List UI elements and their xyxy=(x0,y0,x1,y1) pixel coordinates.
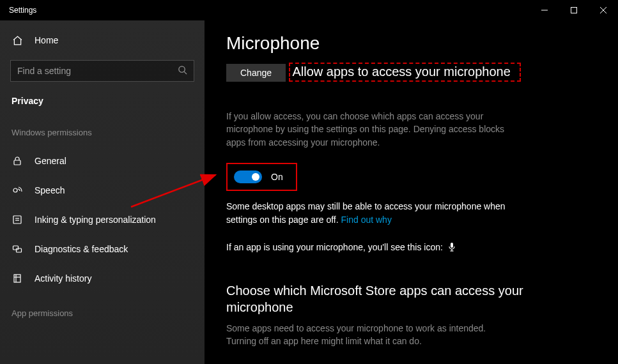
home-icon xyxy=(12,34,23,46)
svg-line-5 xyxy=(184,72,187,74)
sidebar-item-label: Speech xyxy=(35,185,65,195)
svg-rect-16 xyxy=(451,243,453,248)
toggle-thumb xyxy=(252,173,259,181)
inking-icon xyxy=(12,214,23,225)
in-use-note: If an app is using your microphone, you'… xyxy=(226,241,527,254)
sidebar-item-diagnostics[interactable]: Diagnostics & feedback xyxy=(0,234,205,264)
search-box[interactable] xyxy=(10,60,194,82)
change-button[interactable]: Change xyxy=(226,64,286,82)
sidebar-item-label: Inking & typing personalization xyxy=(35,215,156,225)
close-button[interactable] xyxy=(589,0,618,20)
search-icon xyxy=(178,65,187,77)
svg-rect-13 xyxy=(14,275,20,282)
history-icon xyxy=(12,273,23,284)
sidebar-item-label: General xyxy=(35,156,66,166)
search-input[interactable] xyxy=(17,66,178,76)
home-nav[interactable]: Home xyxy=(0,28,205,52)
titlebar: Settings xyxy=(0,0,618,20)
sidebar-item-general[interactable]: General xyxy=(0,146,205,176)
home-label: Home xyxy=(35,35,58,45)
svg-rect-12 xyxy=(17,248,22,252)
speech-icon xyxy=(12,185,23,196)
annotation-highlight-heading: Allow apps to access your microphone xyxy=(289,63,521,82)
section-windows-permissions: Windows permissions xyxy=(0,124,205,146)
sidebar: Home Privacy Windows permissions General xyxy=(0,20,205,364)
svg-rect-8 xyxy=(13,216,21,224)
sidebar-item-inking[interactable]: Inking & typing personalization xyxy=(0,205,205,234)
microphone-icon xyxy=(448,243,456,252)
annotation-highlight-toggle: On xyxy=(226,163,297,191)
desktop-apps-note: Some desktop apps may still be able to a… xyxy=(226,200,527,227)
sidebar-item-label: Activity history xyxy=(35,273,91,284)
find-out-why-link[interactable]: Find out why xyxy=(341,215,392,225)
window-title: Settings xyxy=(9,6,36,15)
mic-access-toggle[interactable] xyxy=(234,171,262,183)
svg-rect-1 xyxy=(571,8,577,13)
svg-rect-6 xyxy=(14,160,20,165)
window-controls xyxy=(530,0,618,20)
allow-body: If you allow access, you can choose whic… xyxy=(226,110,507,149)
allow-heading: Allow apps to access your microphone xyxy=(293,64,511,79)
store-apps-body: Some apps need to access your microphone… xyxy=(226,322,507,348)
lock-icon xyxy=(12,155,23,167)
sidebar-item-label: Diagnostics & feedback xyxy=(35,244,128,254)
maximize-button[interactable] xyxy=(559,0,589,20)
svg-point-7 xyxy=(13,188,17,192)
feedback-icon xyxy=(12,243,23,255)
sidebar-item-activity[interactable]: Activity history xyxy=(0,264,205,293)
toggle-state-label: On xyxy=(271,172,283,182)
category-label: Privacy xyxy=(0,93,205,124)
svg-point-4 xyxy=(179,66,185,72)
minimize-button[interactable] xyxy=(530,0,559,20)
svg-rect-11 xyxy=(13,246,19,250)
page-title: Microphone xyxy=(226,33,596,54)
sidebar-item-speech[interactable]: Speech xyxy=(0,176,205,205)
store-apps-heading: Choose which Microsoft Store apps can ac… xyxy=(226,282,527,315)
content-pane: Microphone Change Allow apps to access y… xyxy=(205,20,618,364)
section-app-permissions: App permissions xyxy=(0,305,205,327)
